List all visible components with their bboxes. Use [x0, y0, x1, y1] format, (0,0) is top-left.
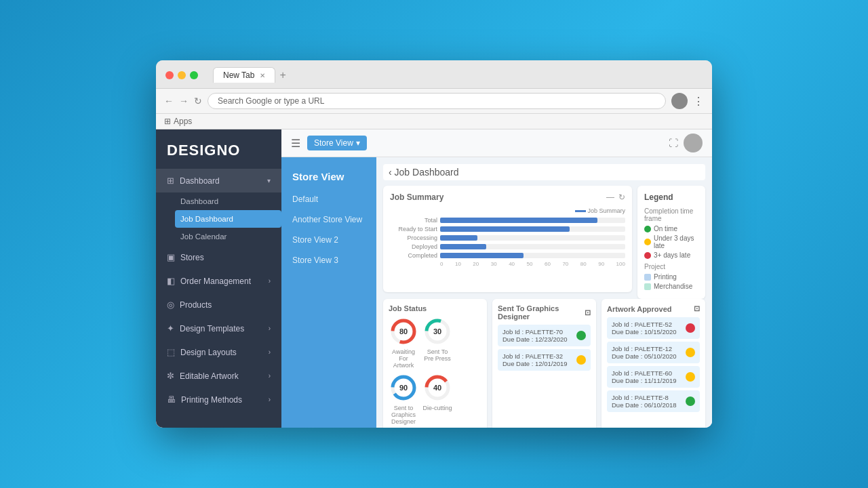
- artwork-job-4: Job Id : PALETTE-8 Due Date : 06/10/2018: [607, 390, 700, 412]
- user-avatar[interactable]: [684, 134, 703, 152]
- sidebar-item-stores[interactable]: ▣ Stores: [156, 245, 281, 269]
- bar-label-deployed: Deployed: [390, 243, 437, 250]
- bar-track-processing: [440, 235, 625, 241]
- traffic-lights: [165, 71, 198, 79]
- refresh-button[interactable]: ↻: [194, 96, 202, 106]
- editable-artwork-icon: ✼: [167, 371, 174, 381]
- legend-printing: Printing: [644, 273, 698, 281]
- legend-label-on-time: On time: [654, 225, 677, 232]
- stores-icon: ▣: [167, 252, 175, 262]
- bar-row-processing: Processing: [390, 235, 625, 241]
- minimize-card-button[interactable]: —: [606, 192, 614, 202]
- legend-title: Legend: [644, 192, 698, 202]
- sidebar-item-design-layouts[interactable]: ⬚ Design Layouts ›: [156, 340, 281, 364]
- sidebar-item-products[interactable]: ◎ Products: [156, 293, 281, 317]
- job-id-2: Job Id : PALETTE-32: [502, 352, 568, 360]
- bar-row-ready: Ready to Start: [390, 226, 625, 232]
- new-tab-button[interactable]: +: [279, 69, 285, 81]
- sidebar-label-editable-artwork: Editable Artwork: [180, 371, 239, 381]
- address-bar[interactable]: Search Google or type a URL: [208, 93, 666, 109]
- artwork-approved-copy-icon[interactable]: ⊡: [694, 304, 700, 313]
- sent-graphics-copy-icon[interactable]: ⊡: [585, 308, 591, 317]
- artwork-job-id-4: Job Id : PALETTE-8: [612, 394, 677, 401]
- sent-to-graphics-card: Sent To Graphics Designer ⊡ Job Id : PAL…: [492, 299, 596, 428]
- top-bar: ☰ Store View ▾ ⛶: [281, 129, 712, 157]
- bar-fill-processing: [440, 235, 477, 241]
- job-item-2: Job Id : PALETTE-32 Due Date : 12/01/201…: [498, 349, 591, 371]
- donut-value-1: 80: [399, 327, 408, 336]
- hamburger-icon[interactable]: ☰: [291, 137, 300, 150]
- store-option-another[interactable]: Another Store View: [281, 209, 376, 230]
- design-templates-icon: ✦: [167, 323, 174, 333]
- top-bar-right: ⛶: [669, 134, 703, 152]
- apps-grid-icon: ⊞: [164, 117, 171, 126]
- sidebar-label-printing-methods: Printing Methods: [181, 395, 242, 405]
- close-button[interactable]: [165, 71, 174, 79]
- back-button[interactable]: ←: [164, 96, 174, 106]
- sidebar-item-dashboard[interactable]: ⊞ Dashboard ▾: [156, 169, 281, 192]
- sidebar-item-design-templates[interactable]: ✦ Design Templates ›: [156, 317, 281, 340]
- bar-track-ready: [440, 226, 625, 232]
- printing-icon: 🖶: [167, 394, 176, 405]
- dashboard-panel: ‹ Job Dashboard Job Summary — ↻: [376, 157, 712, 428]
- bar-label-completed: Completed: [390, 252, 437, 259]
- store-option-2[interactable]: Store View 2: [281, 230, 376, 250]
- store-view-label: Store View: [314, 138, 353, 148]
- chart-legend-color: [575, 210, 586, 212]
- donut-grid: 80 Awaiting For Artwork: [389, 317, 481, 428]
- maximize-button[interactable]: [190, 71, 198, 79]
- sidebar-label-orders: Order Management: [180, 277, 251, 286]
- artwork-job-due-1: Due Date : 10/15/2020: [612, 328, 677, 336]
- sidebar-item-job-dashboard[interactable]: Job Dashboard: [175, 210, 281, 228]
- job-dashboard-title: Job Dashboard: [395, 167, 459, 178]
- card-header-summary: Job Summary — ↻: [390, 192, 625, 202]
- donut-awaiting-artwork: 80: [389, 317, 418, 346]
- sidebar-item-job-calendar[interactable]: Job Calendar: [180, 228, 281, 245]
- donut-sent-prepress: 30: [422, 317, 452, 346]
- browser-tab[interactable]: New Tab ✕: [213, 67, 275, 83]
- bar-label-processing: Processing: [390, 235, 437, 241]
- donut-sent-graphics: 90: [389, 373, 418, 403]
- artwork-job-due-3: Due Date : 11/11/2019: [612, 377, 677, 384]
- legend-merchandise: Merchandise: [644, 283, 698, 290]
- browser-menu-button[interactable]: ⋮: [693, 95, 704, 108]
- legend-panel: Legend Completion time frame On time Und…: [637, 186, 705, 299]
- sidebar-item-printing-methods[interactable]: 🖶 Printing Methods ›: [156, 388, 281, 411]
- sent-graphics-title: Sent To Graphics Designer ⊡: [498, 304, 591, 321]
- dashboard-breadcrumb: ‹ Job Dashboard: [383, 164, 705, 180]
- store-option-default[interactable]: Default: [281, 189, 376, 209]
- status-row: Job Status 80: [383, 299, 705, 428]
- sidebar-item-editable-artwork[interactable]: ✼ Editable Artwork ›: [156, 364, 281, 388]
- store-view-chevron-icon: ▾: [356, 138, 360, 148]
- sent-graphics-label: Sent To Graphics Designer: [498, 304, 585, 321]
- job-id-1: Job Id : PALETTE-70: [502, 328, 568, 336]
- artwork-job-due-2: Due Date : 05/10/2020: [612, 352, 677, 360]
- chart-legend-label: Job Summary: [587, 207, 625, 214]
- apps-label: Apps: [174, 117, 192, 126]
- order-icon: ◧: [167, 276, 175, 286]
- dashboard-submenu: Dashboard Job Dashboard Job Calendar: [156, 192, 281, 245]
- store-view-button[interactable]: Store View ▾: [307, 136, 367, 150]
- donut-value-3: 90: [399, 384, 408, 392]
- legend-under-3: Under 3 days late: [644, 235, 698, 249]
- chevron-down-icon: ▾: [267, 177, 271, 184]
- app-logo: DESIGNO: [156, 129, 281, 169]
- legend-on-time: On time: [644, 225, 698, 232]
- sidebar-item-order-management[interactable]: ◧ Order Management ›: [156, 269, 281, 293]
- dashboard-icon: ⊞: [167, 176, 174, 186]
- donut-value-2: 30: [433, 327, 441, 336]
- minimize-button[interactable]: [178, 71, 186, 79]
- donut-label-2: Sent To Pre Press: [422, 348, 452, 362]
- sidebar-item-dashboard-main[interactable]: Dashboard: [180, 192, 281, 210]
- profile-icon[interactable]: [671, 93, 688, 109]
- legend-label-under-3: Under 3 days late: [654, 235, 698, 249]
- forward-button[interactable]: →: [179, 96, 189, 106]
- bar-label-ready: Ready to Start: [390, 226, 437, 232]
- job-due-1: Due Date : 12/23/2020: [502, 336, 568, 343]
- bar-chart: Total Ready to Start: [390, 217, 625, 267]
- expand-icon[interactable]: ⛶: [669, 138, 678, 148]
- store-option-3[interactable]: Store View 3: [281, 250, 376, 270]
- refresh-card-button[interactable]: ↻: [618, 192, 625, 202]
- tab-close-button[interactable]: ✕: [260, 72, 265, 79]
- legend-dot-yellow: [644, 239, 651, 245]
